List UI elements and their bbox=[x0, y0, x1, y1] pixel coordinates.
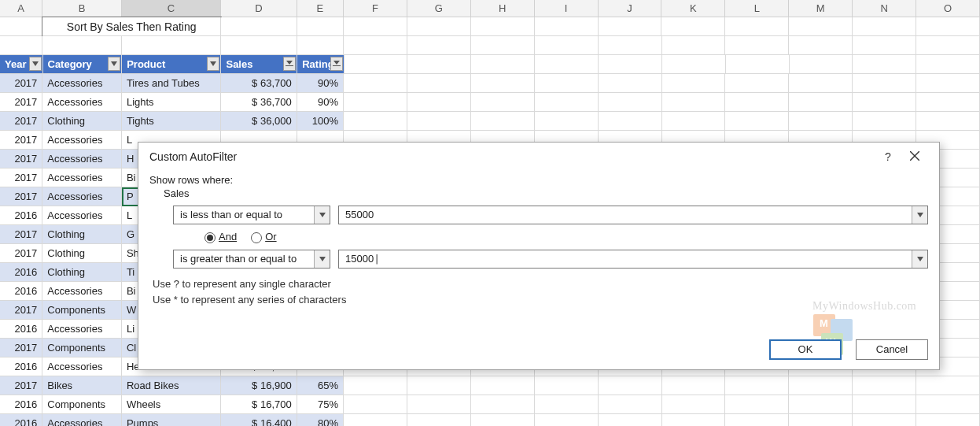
cell[interactable] bbox=[853, 395, 916, 414]
cell[interactable]: Clothing bbox=[42, 112, 122, 131]
cell[interactable] bbox=[471, 74, 535, 93]
cell[interactable]: Clothing bbox=[42, 244, 122, 263]
col-header-G[interactable]: G bbox=[407, 0, 471, 17]
cell[interactable] bbox=[535, 112, 599, 131]
cell[interactable]: 2017 bbox=[0, 225, 42, 244]
ok-button[interactable]: OK bbox=[769, 339, 842, 360]
cell[interactable]: Accessories bbox=[42, 320, 122, 339]
cell[interactable]: Accessories bbox=[42, 150, 122, 169]
cell[interactable]: Accessories bbox=[42, 74, 122, 93]
cell[interactable] bbox=[725, 414, 789, 426]
cell[interactable] bbox=[535, 414, 599, 426]
cell[interactable]: 2016 bbox=[0, 414, 42, 426]
cell[interactable]: Components bbox=[42, 339, 122, 357]
cell[interactable]: Tires and Tubes bbox=[122, 74, 221, 93]
cell[interactable]: Wheels bbox=[122, 395, 221, 414]
cell[interactable]: 90% bbox=[297, 93, 344, 112]
cell[interactable] bbox=[789, 376, 853, 395]
col-header-I[interactable]: I bbox=[535, 0, 599, 17]
cell[interactable] bbox=[344, 414, 407, 426]
operator-1-combo[interactable]: is less than or equal to bbox=[173, 206, 330, 224]
cell[interactable] bbox=[599, 376, 662, 395]
cell[interactable] bbox=[853, 74, 916, 93]
cell[interactable] bbox=[789, 414, 853, 426]
th-sales[interactable]: Sales bbox=[221, 55, 297, 74]
cell[interactable] bbox=[599, 93, 662, 112]
cell[interactable] bbox=[725, 93, 789, 112]
close-button[interactable] bbox=[901, 150, 928, 163]
filter-button-category[interactable] bbox=[108, 57, 120, 71]
cell[interactable]: 2017 bbox=[0, 112, 42, 131]
table-row[interactable]: 2017BikesRoad Bikes$ 16,90065% bbox=[0, 376, 980, 395]
value-1-input[interactable]: 55000 bbox=[339, 206, 912, 224]
cell[interactable]: 65% bbox=[297, 376, 344, 395]
cell[interactable]: Accessories bbox=[42, 93, 122, 112]
cell[interactable] bbox=[789, 93, 853, 112]
filter-button-product[interactable] bbox=[207, 57, 219, 71]
cell[interactable] bbox=[407, 376, 471, 395]
cell[interactable]: 2017 bbox=[0, 131, 42, 150]
cell[interactable]: 2016 bbox=[0, 282, 42, 301]
cell[interactable]: 2017 bbox=[0, 169, 42, 187]
cell[interactable] bbox=[599, 414, 662, 426]
cell[interactable] bbox=[471, 376, 535, 395]
value-2-dropdown[interactable] bbox=[912, 250, 927, 268]
col-header-O[interactable]: O bbox=[916, 0, 980, 17]
cell[interactable]: $ 63,700 bbox=[221, 74, 297, 93]
cell[interactable]: Accessories bbox=[42, 187, 122, 206]
cell[interactable]: Accessories bbox=[42, 414, 122, 426]
cell[interactable]: Accessories bbox=[42, 169, 122, 187]
cell[interactable]: Components bbox=[42, 395, 122, 414]
cell[interactable]: 75% bbox=[297, 395, 344, 414]
value-1-dropdown[interactable] bbox=[912, 206, 927, 224]
cell[interactable] bbox=[471, 93, 535, 112]
col-header-H[interactable]: H bbox=[471, 0, 535, 17]
value-2-input[interactable]: 15000| bbox=[339, 250, 912, 268]
cell[interactable] bbox=[916, 93, 980, 112]
cell[interactable] bbox=[599, 395, 662, 414]
cell[interactable]: 2017 bbox=[0, 376, 42, 395]
cell[interactable] bbox=[662, 414, 726, 426]
cell[interactable] bbox=[853, 376, 916, 395]
cell[interactable] bbox=[535, 376, 599, 395]
cell[interactable] bbox=[789, 395, 853, 414]
cell[interactable] bbox=[789, 74, 853, 93]
col-header-C[interactable]: C bbox=[122, 0, 221, 17]
cell[interactable]: Accessories bbox=[42, 206, 122, 225]
cell[interactable] bbox=[407, 395, 471, 414]
cell[interactable]: 2016 bbox=[0, 395, 42, 414]
cell[interactable]: 2017 bbox=[0, 244, 42, 263]
help-button[interactable]: ? bbox=[875, 150, 901, 163]
cell[interactable]: 2017 bbox=[0, 339, 42, 357]
cell[interactable] bbox=[344, 74, 407, 93]
cell[interactable] bbox=[407, 74, 471, 93]
table-row[interactable]: 2017AccessoriesTires and Tubes$ 63,70090… bbox=[0, 74, 980, 93]
cell[interactable]: 2016 bbox=[0, 320, 42, 339]
cell[interactable] bbox=[725, 112, 789, 131]
th-rating[interactable]: Rating bbox=[297, 55, 344, 74]
cell[interactable]: Clothing bbox=[42, 225, 122, 244]
cell[interactable] bbox=[916, 112, 980, 131]
and-radio[interactable]: And bbox=[204, 231, 237, 243]
operator-1-dropdown[interactable] bbox=[314, 206, 330, 224]
col-header-B[interactable]: B bbox=[42, 0, 122, 17]
cell[interactable] bbox=[916, 414, 980, 426]
cell[interactable]: 2016 bbox=[0, 206, 42, 225]
cell[interactable] bbox=[407, 414, 471, 426]
col-header-J[interactable]: J bbox=[599, 0, 662, 17]
table-row[interactable]: 2017AccessoriesLights$ 36,70090% bbox=[0, 93, 980, 112]
cell[interactable] bbox=[725, 74, 789, 93]
cell[interactable] bbox=[344, 93, 407, 112]
cell[interactable] bbox=[535, 93, 599, 112]
cell[interactable] bbox=[599, 112, 662, 131]
cell[interactable] bbox=[853, 112, 916, 131]
cell[interactable] bbox=[662, 112, 726, 131]
cell[interactable] bbox=[344, 395, 407, 414]
th-product[interactable]: Product bbox=[122, 55, 221, 74]
cell[interactable]: $ 36,000 bbox=[221, 112, 297, 131]
cell[interactable] bbox=[535, 395, 599, 414]
cell[interactable]: 2017 bbox=[0, 93, 42, 112]
cell[interactable] bbox=[916, 74, 980, 93]
cell[interactable]: Lights bbox=[122, 93, 221, 112]
cell[interactable]: 100% bbox=[297, 112, 344, 131]
